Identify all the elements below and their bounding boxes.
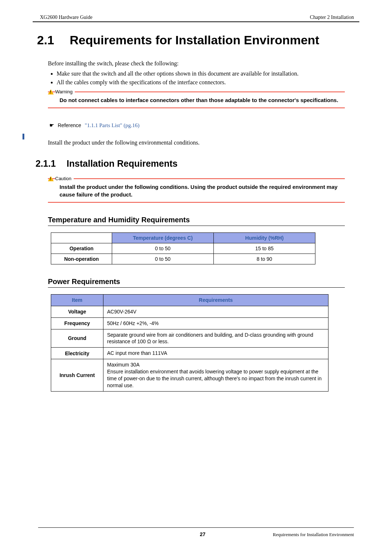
power-req-heading: Power Requirements [48,278,345,288]
page-footer: 27 Requirements for Installation Environ… [0,527,392,538]
caution-box: Caution Install the product under the fo… [48,178,345,203]
table-header-temp: Temperature (degrees C) [112,232,214,243]
caution-icon [48,176,54,181]
page-header: XG2600 Hardware Guide Chapter 2 Installa… [33,15,359,22]
warning-label: Warning [55,89,75,94]
subsection-title: Installation Requirements [67,158,178,169]
item-label: Ground [51,329,103,348]
cell-humidity: 15 to 85 [214,243,315,254]
page-number: 27 [200,531,205,537]
hand-icon: ☛ [49,122,54,129]
bullet-item: All the cables comply with the specifica… [57,79,359,86]
row-label: Operation [51,243,112,254]
table-row: Inrush Current Maximum 30A Ensure instal… [51,359,328,392]
cell-temp: 0 to 50 [112,254,214,264]
power-req-table: Item Requirements Voltage AC90V-264V Fre… [51,294,328,392]
table-row: Voltage AC90V-264V [51,306,328,317]
table-row: Electricity AC input more than 111VA [51,348,328,359]
warning-text: Do not connect cables to interface conne… [60,97,345,104]
cell-temp: 0 to 50 [112,243,214,254]
install-paragraph: Install the product under the following … [48,139,359,146]
table-header-humidity: Humidity (%RH) [214,232,315,243]
req-value: Separate ground wire from air conditione… [103,329,328,348]
bullet-item: Make sure that the switch and all the ot… [57,70,359,77]
item-label: Voltage [51,306,103,317]
item-label: Electricity [51,348,103,359]
row-label: Non-operation [51,254,112,264]
section-heading-2-1: 2.1 Requirements for Installation Enviro… [37,33,359,47]
table-row: Non-operation 0 to 50 8 to 90 [51,254,315,264]
req-value: AC90V-264V [103,306,328,317]
doc-title: XG2600 Hardware Guide [40,15,93,20]
table-row: Operation 0 to 50 15 to 85 [51,243,315,254]
table-header-empty [51,232,112,243]
temp-humidity-table: Temperature (degrees C) Humidity (%RH) O… [51,232,315,264]
subsection-heading-2-1-1: 2.1.1 Installation Requirements [36,158,359,169]
table-header-item: Item [51,294,103,306]
table-row: Ground Separate ground wire from air con… [51,329,328,348]
subsection-number: 2.1.1 [36,158,56,169]
reference-row: ☛ Reference "1.1.1 Parts List" (pg.16) [49,122,359,129]
section-number: 2.1 [37,33,60,47]
table-row: Frequency 50Hz / 60Hz +2%, -4% [51,317,328,329]
cell-humidity: 8 to 90 [214,254,315,264]
section-title: Requirements for Installation Environmen… [70,33,319,47]
item-label: Frequency [51,317,103,329]
caution-label: Caution [55,176,74,181]
warning-icon [48,89,54,94]
warning-box: Warning Do not connect cables to interfa… [48,92,345,108]
temp-humidity-heading: Temperature and Humidity Requirements [48,216,345,226]
footer-section-title: Requirements for Installation Environmen… [273,532,354,538]
req-value: Maximum 30A Ensure installation environm… [103,359,328,392]
intro-paragraph: Before installing the switch, please che… [48,60,359,67]
caution-text: Install the product under the following … [60,183,345,198]
table-header-req: Requirements [103,294,328,306]
intro-bullets: Make sure that the switch and all the ot… [57,70,359,86]
revision-bar [23,134,24,139]
item-label: Inrush Current [51,359,103,392]
reference-label: Reference [58,122,81,128]
reference-link[interactable]: "1.1.1 Parts List" (pg.16) [85,122,140,129]
chapter-label: Chapter 2 Installation [310,15,354,20]
req-value: 50Hz / 60Hz +2%, -4% [103,317,328,329]
req-value: AC input more than 111VA [103,348,328,359]
